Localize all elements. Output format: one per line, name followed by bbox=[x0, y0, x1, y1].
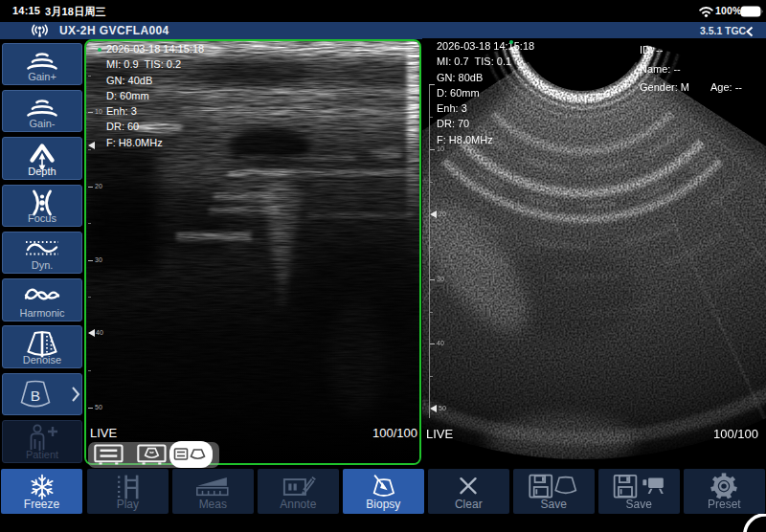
svg-text:B: B bbox=[31, 387, 40, 403]
